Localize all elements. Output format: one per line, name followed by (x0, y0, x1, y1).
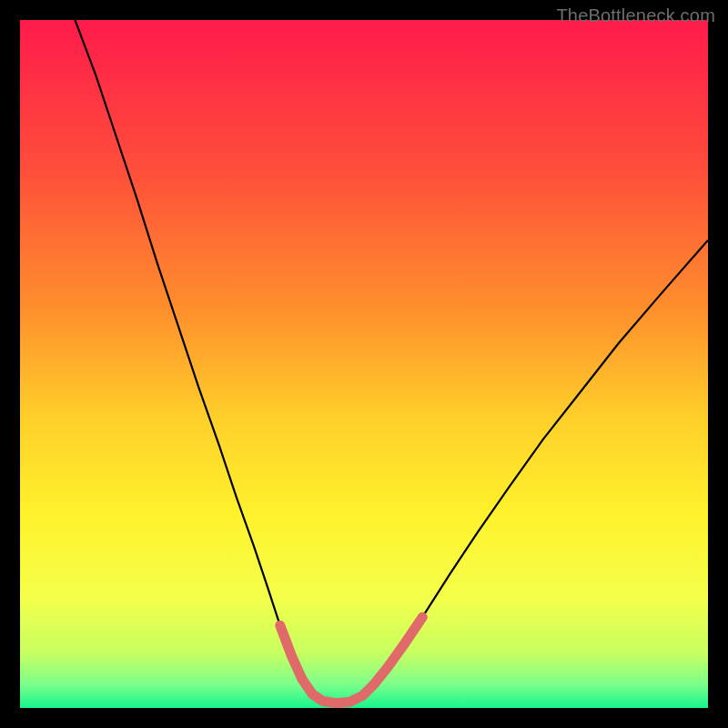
chart-svg (0, 0, 728, 728)
gradient-background (20, 20, 708, 708)
bottleneck-chart (0, 0, 728, 728)
watermark-text: TheBottleneck.com (556, 5, 715, 26)
